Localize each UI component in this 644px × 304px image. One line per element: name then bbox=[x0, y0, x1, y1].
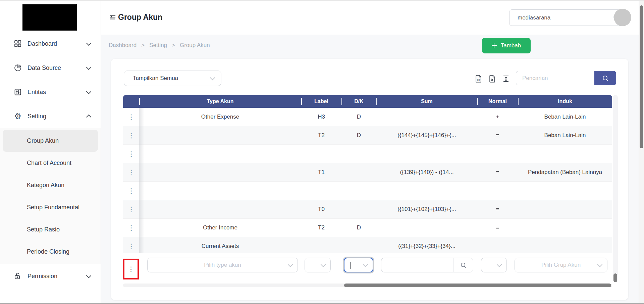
cell-sum: ({101}+{102}+{103}+{... bbox=[376, 200, 477, 218]
top-bar: Group Akun mediasarana bbox=[101, 0, 644, 35]
sidebar-item-setting[interactable]: ⚙ Setting bbox=[0, 104, 101, 128]
row-menu-icon[interactable]: ⋮ bbox=[123, 224, 139, 231]
table-row: ⋮ bbox=[123, 145, 612, 163]
breadcrumb-item[interactable]: Dashboard bbox=[109, 42, 137, 49]
cell-type-akun: Other Income bbox=[139, 219, 301, 237]
submenu-item[interactable]: Group Akun bbox=[3, 130, 98, 152]
label-select[interactable] bbox=[305, 258, 331, 272]
text-caret bbox=[350, 262, 351, 269]
cell-induk bbox=[518, 145, 612, 163]
chevron-down-icon bbox=[86, 40, 92, 46]
entity-selector-value: mediasarana bbox=[518, 14, 550, 21]
cell-induk bbox=[518, 200, 612, 218]
submenu-item[interactable]: Kategori Akun bbox=[3, 174, 98, 196]
cell-induk bbox=[518, 182, 612, 200]
horizontal-scrollbar-track[interactable] bbox=[123, 284, 612, 287]
lock-open-icon bbox=[13, 272, 22, 280]
text-height-icon[interactable] bbox=[501, 74, 511, 83]
table-vertical-scrollbar-thumb[interactable] bbox=[613, 273, 617, 282]
cell-induk bbox=[518, 219, 612, 237]
group-akun-table: Type Akun Label D/K Sum Normal Induk ⋮ O… bbox=[123, 95, 612, 256]
app-logo[interactable] bbox=[22, 4, 77, 31]
horizontal-scrollbar-thumb[interactable] bbox=[344, 284, 611, 287]
cell-type-akun: Other Expense bbox=[139, 108, 301, 126]
cell-sum bbox=[376, 182, 477, 200]
row-menu-icon[interactable]: ⋮ bbox=[123, 150, 139, 157]
table-card: Tampilkan Semua pdf bbox=[111, 59, 628, 300]
row-menu-icon[interactable]: ⋮ bbox=[123, 206, 139, 213]
chevron-down-icon bbox=[86, 273, 92, 278]
normal-select[interactable] bbox=[481, 258, 507, 272]
window-scrollbar-thumb[interactable] bbox=[640, 5, 643, 148]
cell-type-akun: Current Assets bbox=[139, 237, 301, 255]
window-scrollbar-track[interactable] bbox=[639, 0, 644, 304]
cell-sum bbox=[376, 108, 477, 126]
chevron-up-icon bbox=[86, 114, 92, 120]
sum-input-group bbox=[381, 258, 473, 272]
cell-label: H3 bbox=[301, 108, 341, 126]
menu-collapse-icon[interactable] bbox=[109, 13, 116, 21]
sidebar-item-entitas[interactable]: Entitas bbox=[0, 80, 101, 104]
sidebar-item-label: Entitas bbox=[28, 89, 82, 96]
sum-search-addon[interactable] bbox=[453, 258, 473, 272]
sidebar-item-dashboard[interactable]: Dashboard bbox=[0, 32, 101, 56]
cell-sum bbox=[376, 145, 477, 163]
sidebar-item-label: Dashboard bbox=[28, 40, 82, 47]
sidebar-item-data-source[interactable]: Data Source bbox=[0, 56, 101, 80]
cell-sum bbox=[376, 219, 477, 237]
filter-select[interactable]: Tampilkan Semua bbox=[124, 71, 221, 86]
cell-normal bbox=[477, 145, 518, 163]
row-menu-icon[interactable]: ⋮ bbox=[123, 132, 139, 139]
grup-akun-select-placeholder: Pilih Grup Akun bbox=[541, 262, 581, 268]
grup-akun-select[interactable]: Pilih Grup Akun bbox=[515, 258, 607, 272]
pie-chart-icon bbox=[13, 63, 22, 72]
type-akun-select-placeholder: Pilih type akun bbox=[204, 262, 241, 268]
chevron-down-icon bbox=[210, 75, 215, 80]
entity-selector[interactable]: mediasarana bbox=[509, 9, 625, 26]
cell-dk bbox=[341, 182, 376, 200]
row-menu-icon[interactable]: ⋮ bbox=[123, 187, 139, 194]
dk-select-focused[interactable] bbox=[344, 258, 373, 272]
page-title: Group Akun bbox=[118, 13, 162, 22]
row-menu-icon[interactable]: ⋮ bbox=[123, 243, 139, 250]
pdf-export-icon[interactable]: pdf bbox=[474, 74, 483, 83]
cell-label: T2 bbox=[301, 126, 341, 144]
cell-induk: Beban Lain-Lain bbox=[518, 108, 612, 126]
row-menu-icon[interactable]: ⋮ bbox=[123, 169, 139, 176]
new-record-row: ⋮ Pilih type akun bbox=[123, 253, 612, 280]
table-row: ⋮ T0 ({101}+{102}+{103}+{... = bbox=[123, 200, 612, 219]
cell-label bbox=[301, 182, 341, 200]
table-vertical-scrollbar-track[interactable] bbox=[613, 95, 618, 282]
excel-export-icon[interactable] bbox=[488, 74, 497, 83]
cell-normal bbox=[477, 237, 518, 255]
submenu-item[interactable]: Setup Rasio bbox=[3, 218, 98, 241]
gear-icon: ⚙ bbox=[13, 112, 22, 121]
column-header-dk: D/K bbox=[341, 95, 376, 108]
breadcrumb-item[interactable]: Group Akun bbox=[180, 42, 210, 49]
search-button[interactable] bbox=[594, 71, 616, 85]
submenu-item[interactable]: Periode Closing bbox=[3, 241, 98, 263]
submenu-item[interactable]: Chart of Account bbox=[3, 152, 98, 174]
breadcrumb-item[interactable]: Setting bbox=[149, 42, 167, 49]
cell-dk bbox=[341, 145, 376, 163]
search-input[interactable] bbox=[516, 71, 594, 85]
cell-dk: D bbox=[341, 108, 376, 126]
sidebar-item-permission[interactable]: Permission bbox=[0, 264, 101, 288]
submenu-item[interactable]: Setup Fundamental bbox=[3, 196, 98, 218]
type-akun-select[interactable]: Pilih type akun bbox=[147, 258, 298, 272]
main-area: Group Akun mediasarana Dashboard > Setti… bbox=[101, 0, 644, 304]
cell-induk: Beban Lain-Lain bbox=[518, 126, 612, 144]
cell-sum: ({31}+{32}+{33}+{34}... bbox=[376, 237, 477, 255]
tambah-button[interactable]: Tambah bbox=[482, 38, 531, 53]
submenu-item-label: Chart of Account bbox=[27, 160, 71, 167]
row-menu-icon[interactable]: ⋮ bbox=[123, 114, 139, 120]
cell-label: T2 bbox=[301, 219, 341, 237]
avatar[interactable] bbox=[614, 9, 631, 26]
sum-input[interactable] bbox=[381, 258, 453, 272]
cell-dk bbox=[341, 200, 376, 218]
cell-sum: ({144}+{145}+{146}+{... bbox=[376, 126, 477, 144]
cell-label: T1 bbox=[301, 163, 341, 181]
content-area: Dashboard > Setting > Group Akun Tambah … bbox=[101, 35, 644, 304]
setting-submenu: Group Akun Chart of Account Kategori Aku… bbox=[0, 128, 101, 264]
table-row: ⋮ bbox=[123, 182, 612, 200]
